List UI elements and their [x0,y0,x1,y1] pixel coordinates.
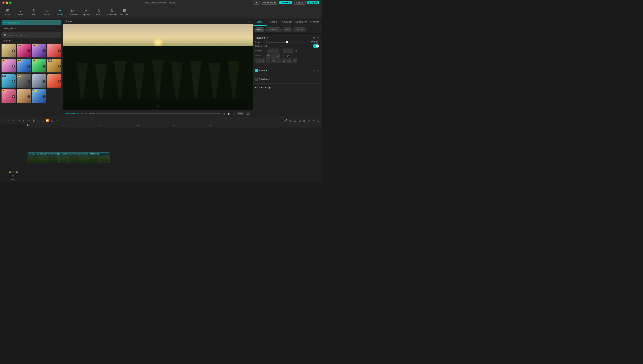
diamond-transform-button[interactable]: ◇ [316,36,319,40]
cover-button[interactable]: ✏ Cover [11,174,16,180]
effect-reverse[interactable]: Pro ⬇ Reverse [17,59,31,73]
minimize-button[interactable] [6,2,8,4]
align-right-button[interactable]: ⊤ [266,58,270,63]
trim-right-button[interactable]: ⊣ [27,118,31,123]
effect-stepprint[interactable]: Pro ⬇ Step Printing [2,74,16,88]
pos-y-down[interactable]: ▼ [290,51,292,52]
ratio-button[interactable]: Ratio [237,112,244,115]
tool-captions[interactable]: ≡ Captions [80,6,92,18]
track-align-button[interactable]: ⊠ [302,118,306,123]
mask-button[interactable]: ◇ [37,118,40,123]
timeline-main[interactable]: 00:00 00:03 00:06 00:09 00:12 00:15 [27,124,322,182]
align-center-v-button[interactable]: + [276,58,281,63]
align-left-button[interactable]: ⊢ [255,58,260,63]
transform-button[interactable]: ↔ [55,118,59,123]
tab-video-effects[interactable]: Video effects [2,20,62,25]
position-x-input[interactable]: 0 ▲ ▼ [268,48,279,53]
shortcuts-button[interactable]: ⌨ Shortcuts [261,0,278,4]
uniform-scale-toggle[interactable] [313,44,319,48]
lock-button[interactable]: 🔒 [8,170,11,174]
tool-transitions[interactable]: ⧐ Transitions [67,6,79,18]
effect-snapshot[interactable]: ⬇ Snapshot [2,44,16,58]
trim-left-button[interactable]: ⊢ [22,118,26,123]
join-pro-button[interactable]: Join Pro [279,1,292,4]
crop-button[interactable]: □ [41,118,44,123]
effect-xmas[interactable]: ⬇ Xmas Collage [47,74,62,88]
tool-text[interactable]: T Text [28,6,40,18]
tool-filters[interactable]: ⊙ Filters [93,6,105,18]
tab-ai-stylize[interactable]: AI stylize [308,19,322,26]
effect-godrays[interactable]: Pro ⬇ God Rays [32,44,46,58]
effect-waterfall[interactable]: Pro ⬇ Waterfall [17,74,31,88]
subtab-basic[interactable]: Basic [254,27,264,32]
effect-spinning[interactable]: Pro ⬇ Spinning Focus [2,89,16,104]
freeze-button[interactable]: ⊕ [50,118,54,123]
effect-takeselfie[interactable]: ⬇ Take Selfie [32,74,46,88]
effect-slit[interactable]: ⬇ Slit Lighting [17,89,31,104]
mic-button[interactable]: 🎤 [283,118,288,123]
tool-stickers[interactable]: ☺ Stickers [41,6,53,18]
scale-slider[interactable] [266,42,308,42]
track-merge-button[interactable]: ⊡ [293,118,297,123]
play-button[interactable]: ▶ [228,112,230,116]
undo-button[interactable]: ↺ [6,118,10,123]
effect-fairywand[interactable]: Pro ⬇ Fairy Wand [47,59,62,73]
distribute-h-button[interactable]: ⊞ [287,58,292,63]
export-button[interactable]: ↑ Export [307,1,319,4]
rotate-diamond-button[interactable]: ◇ [286,54,289,58]
tool-effects[interactable]: ✦ Effects [54,6,66,18]
tab-adjustment[interactable]: Adjustment [294,19,308,26]
fullscreen-button[interactable]: ⛶ [246,112,250,115]
grid-view-button[interactable]: ⊞ [223,111,226,116]
effect-thunder[interactable]: Pro ⬇ Thunderbolt 2 [32,89,46,104]
effect-flickery[interactable]: ⬇ Flickery Shots [47,44,62,58]
tool-adjustment[interactable]: ⊜ Adjustment [106,6,118,18]
pos-y-up[interactable]: ▲ [290,49,292,51]
effect-rgbshake[interactable]: Pro ⬇ RGB Shake [32,59,46,73]
reset-blend-button[interactable]: ↺ [312,69,315,72]
blend-checkbox[interactable]: ✓ [255,69,258,72]
track-split-button[interactable]: ⊟ [298,118,301,123]
effect-strobe[interactable]: Pro ⬇ Strobe Pulse [2,59,16,73]
align-top-button[interactable]: T [271,58,276,63]
grid-button[interactable]: ⊞ [253,0,259,4]
pos-x-down[interactable]: ▼ [276,51,277,52]
speed-button[interactable]: ⏩ [45,118,50,123]
video-track[interactable]: Sunlight breaks through the crowns of pi… [28,152,110,163]
distribute-v-button[interactable]: ≡ [293,58,297,63]
prev-frame-button[interactable]: ⬡ [232,111,236,116]
effect-infrared[interactable]: Pro ⬇ Infrared Lights [17,44,31,58]
rotate-input[interactable]: 0° ▲ ▼ [266,54,279,58]
subtab-removebg[interactable]: Remove BG [265,27,282,32]
face-icon[interactable]: ☺ [156,104,160,108]
share-button[interactable]: ↗ Share [293,0,305,4]
maximize-button[interactable] [9,2,12,4]
align-center-h-button[interactable]: ⊣ [260,58,265,63]
track-insert-button[interactable]: ⊞ [288,118,292,123]
cursor-button[interactable]: ↖ [2,118,5,123]
rotate-down[interactable]: ▼ [277,56,278,57]
align-bottom-button[interactable]: ⊥ [282,58,286,63]
scale-spinner[interactable]: ▲▼ [315,40,318,44]
search-bar[interactable]: 🔍 [2,32,62,38]
flip-icon[interactable]: ⇄ [282,54,285,58]
close-button[interactable] [2,2,5,4]
pos-x-up[interactable]: ▲ [276,49,277,51]
playhead[interactable] [27,124,27,128]
diamond-blend-button[interactable]: ◇ [316,69,319,72]
subtab-mask[interactable]: Mask [282,27,292,32]
mute-button[interactable]: 🔊 [15,170,18,174]
search-input[interactable] [8,34,59,36]
tab-body-effects[interactable]: Body effects [2,26,62,31]
track-delete-button[interactable]: ✕ [311,118,315,123]
tab-animation[interactable]: Animation [280,19,294,26]
position-diamond-button[interactable]: ◇ [295,49,297,52]
subtab-retouch[interactable]: Retouch [293,27,306,32]
eye-button[interactable]: 👁 [12,170,15,174]
tab-speed[interactable]: Speed [266,19,280,26]
tool-import[interactable]: ⊞ Import [2,6,14,18]
window-controls[interactable] [2,2,12,4]
position-y-input[interactable]: 0 ▲ ▼ [283,48,293,53]
playback-timeline[interactable] [97,113,221,114]
split-button[interactable]: ✂ [18,118,22,123]
